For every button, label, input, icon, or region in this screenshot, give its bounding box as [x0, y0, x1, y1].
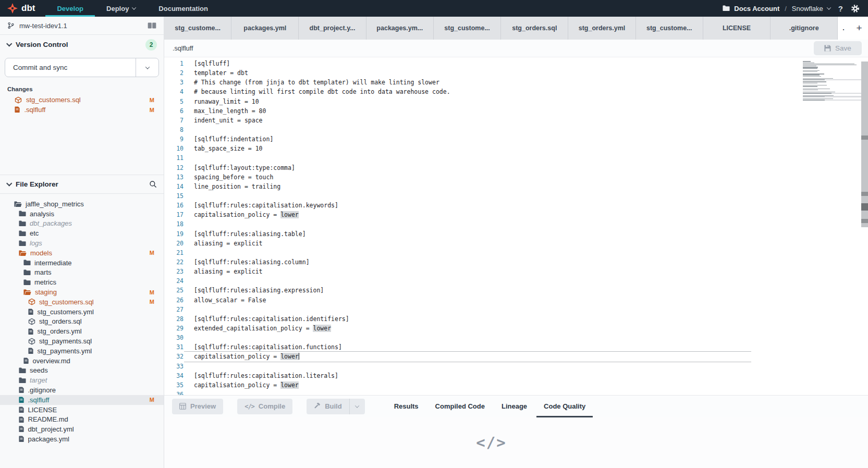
tree-item-stg-payments-sql[interactable]: stg_payments.sql — [0, 336, 164, 346]
tree-item-overview-md[interactable]: overview.md — [0, 356, 164, 366]
code-line-3[interactable]: 3# This change (from jinja to dbt templa… — [164, 78, 868, 87]
code-line-4[interactable]: 4# because linting will first compile db… — [164, 87, 868, 96]
editor-tab-stg-custome[interactable]: stg_custome... — [636, 17, 703, 40]
code-line-25[interactable]: 25[sqlfluff:rules:aliasing.expression] — [164, 286, 868, 295]
nav-item-documentation[interactable]: Documentation — [147, 0, 219, 17]
panel-tab-results[interactable]: Results — [386, 396, 427, 417]
code-line-7[interactable]: 7indent_unit = space — [164, 116, 868, 125]
new-tab-button[interactable]: + — [850, 17, 868, 40]
code-line-18[interactable]: 18 — [164, 219, 868, 229]
code-line-16[interactable]: 16[sqlfluff:rules:capitalisation.keyword… — [164, 201, 868, 210]
code-line-34[interactable]: 34[sqlfluff:rules:capitalisation.literal… — [164, 371, 868, 380]
tree-item-readme-md[interactable]: README.md — [0, 415, 164, 425]
code-line-9[interactable]: 9[sqlfluff:indentation] — [164, 134, 868, 144]
code-line-30[interactable]: 30 — [164, 333, 868, 342]
save-button[interactable]: Save — [814, 41, 862, 55]
git-branch-row[interactable]: mw-test-idev1.1 — [0, 17, 164, 35]
code-line-22[interactable]: 22[sqlfluff:rules:aliasing.column] — [164, 257, 868, 267]
code-line-19[interactable]: 19[sqlfluff:rules:aliasing.table] — [164, 229, 868, 239]
code-line-27[interactable]: 27 — [164, 305, 868, 314]
change-item-sqlfluff[interactable]: .sqlfluffM — [0, 105, 164, 115]
editor-tab-dbt-project-y[interactable]: dbt_project.y... — [299, 17, 366, 40]
tree-item-stg-payments-yml[interactable]: stg_payments.yml — [0, 346, 164, 356]
tree-item-seeds[interactable]: seeds — [0, 366, 164, 376]
tree-item-jaffle-shop-metrics[interactable]: jaffle_shop_metrics — [0, 199, 164, 209]
panel-tab-lineage[interactable]: Lineage — [493, 396, 535, 417]
code-line-35[interactable]: 35capitalisation_policy = lower — [164, 380, 868, 390]
file-explorer-header[interactable]: File Explorer — [0, 175, 164, 194]
commit-and-sync-button[interactable]: Commit and sync — [5, 58, 159, 77]
code-line-5[interactable]: 5runaway_limit = 10 — [164, 97, 868, 106]
build-options-chevron[interactable] — [349, 399, 365, 414]
editor-tab-packages-ym[interactable]: packages.ym... — [366, 17, 434, 40]
preview-button[interactable]: Preview — [172, 399, 223, 414]
nav-item-develop[interactable]: Develop — [45, 0, 95, 17]
tree-item-models[interactable]: modelsM — [0, 248, 164, 258]
tree-item-dbt-project-yml[interactable]: dbt_project.yml — [0, 424, 164, 434]
tree-item-packages-yml[interactable]: packages.yml — [0, 434, 164, 444]
code-line-29[interactable]: 29extended_capitalisation_policy = lower — [164, 324, 868, 333]
tree-item-stg-customers-yml[interactable]: stg_customers.yml — [0, 307, 164, 317]
tree-item-etc[interactable]: etc — [0, 228, 164, 238]
code-line-24[interactable]: 24 — [164, 276, 868, 286]
code-line-11[interactable]: 11 — [164, 153, 868, 163]
settings-gear-icon[interactable] — [851, 4, 860, 13]
code-line-32[interactable]: 32capitalisation_policy = lower — [164, 352, 868, 361]
code-line-6[interactable]: 6max_line_length = 80 — [164, 106, 868, 116]
search-icon[interactable] — [149, 180, 157, 188]
code-line-21[interactable]: 21 — [164, 248, 868, 257]
tree-item-staging[interactable]: stagingM — [0, 287, 164, 297]
tree-item-license[interactable]: LICENSE — [0, 405, 164, 415]
minimap[interactable] — [803, 61, 861, 102]
editor-scrollbar[interactable] — [861, 61, 868, 227]
tree-item-stg-customers-sql[interactable]: stg_customers.sqlM — [0, 297, 164, 307]
editor-tab-stg-custome[interactable]: stg_custome... — [164, 17, 231, 40]
change-item-stg-customers-sql[interactable]: stg_customers.sqlM — [0, 95, 164, 105]
account-switcher[interactable]: Docs Account / Snowflake — [723, 5, 830, 13]
code-line-23[interactable]: 23aliasing = explicit — [164, 267, 868, 276]
code-line-26[interactable]: 26allow_scalar = False — [164, 295, 868, 305]
code-line-12[interactable]: 12[sqlfluff:layout:type:comma] — [164, 163, 868, 173]
compile-button[interactable]: </>Compile — [237, 399, 292, 414]
code-editor[interactable]: 1[sqlfluff]2templater = dbt3# This chang… — [164, 57, 868, 395]
tree-item-marts[interactable]: marts — [0, 268, 164, 278]
code-line-31[interactable]: 31[sqlfluff:rules:capitalisation.functio… — [164, 342, 868, 352]
dbt-brand[interactable]: dbt — [0, 0, 45, 17]
tree-item-sqlfluff[interactable]: .sqlfluffM — [0, 395, 164, 405]
panel-tab-code-quality[interactable]: Code Quality — [535, 396, 594, 417]
tree-item-target[interactable]: target — [0, 375, 164, 385]
tree-item-stg-orders-sql[interactable]: stg_orders.sql — [0, 317, 164, 327]
code-line-36[interactable]: 36 — [164, 390, 868, 395]
code-line-13[interactable]: 13spacing_before = touch — [164, 173, 868, 182]
build-button[interactable]: Build — [307, 399, 349, 414]
code-line-14[interactable]: 14line_position = trailing — [164, 182, 868, 191]
panel-tab-compiled-code[interactable]: Compiled Code — [427, 396, 493, 417]
tree-item-analysis[interactable]: analysis — [0, 209, 164, 219]
tree-item-stg-orders-yml[interactable]: stg_orders.yml — [0, 326, 164, 336]
code-line-8[interactable]: 8 — [164, 125, 868, 134]
code-line-20[interactable]: 20aliasing = explicit — [164, 239, 868, 248]
editor-tab-stg-orders-sql[interactable]: stg_orders.sql — [501, 17, 568, 40]
nav-item-deploy[interactable]: Deploy — [95, 0, 147, 17]
code-line-28[interactable]: 28[sqlfluff:rules:capitalisation.identif… — [164, 314, 868, 324]
editor-tab-stg-custome[interactable]: stg_custome... — [434, 17, 501, 40]
version-control-header[interactable]: Version Control 2 — [0, 35, 164, 54]
editor-tab-stg-orders-yml[interactable]: stg_orders.yml — [568, 17, 635, 40]
tree-item-intermediate[interactable]: intermediate — [0, 258, 164, 268]
code-line-15[interactable]: 15 — [164, 191, 868, 201]
editor-tab-active-partial[interactable]: . — [838, 17, 850, 40]
tree-item-dbt-packages[interactable]: dbt_packages — [0, 219, 164, 229]
code-line-33[interactable]: 33 — [164, 362, 868, 371]
editor-tab-license[interactable]: LICENSE — [703, 17, 771, 40]
tree-item-gitignore[interactable]: .gitignore — [0, 385, 164, 395]
commit-options-chevron[interactable] — [136, 58, 158, 77]
code-line-10[interactable]: 10tab_space_size = 10 — [164, 144, 868, 153]
code-line-17[interactable]: 17capitalisation_policy = lower — [164, 210, 868, 219]
code-line-2[interactable]: 2templater = dbt — [164, 68, 868, 78]
tree-item-logs[interactable]: logs — [0, 238, 164, 248]
code-line-1[interactable]: 1[sqlfluff] — [164, 59, 868, 68]
help-icon[interactable]: ? — [837, 4, 844, 13]
split-view-icon[interactable] — [148, 22, 156, 29]
editor-tab-packages-yml[interactable]: packages.yml — [231, 17, 299, 40]
editor-tab-gitignore[interactable]: .gitignore — [771, 17, 838, 40]
